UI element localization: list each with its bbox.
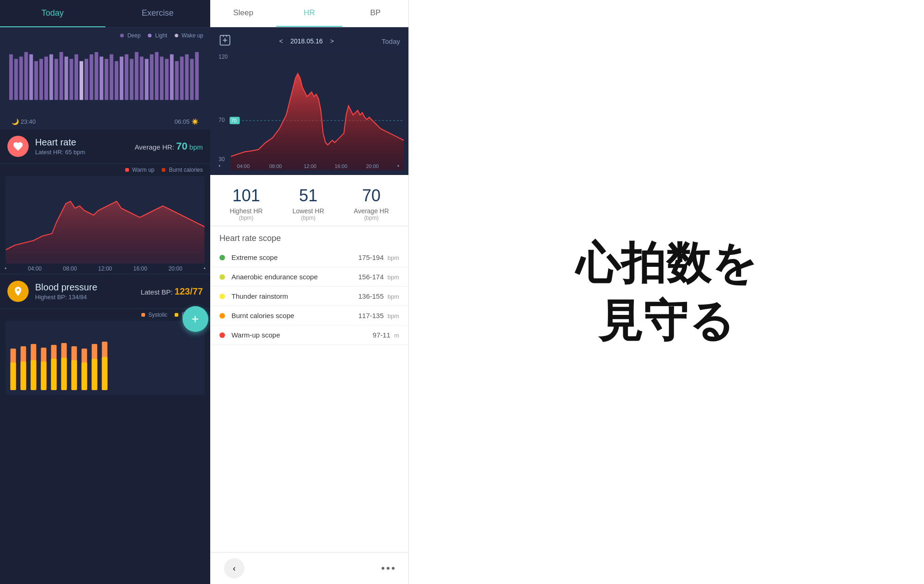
svg-text:120: 120 [219,54,228,60]
svg-rect-5 [29,54,33,100]
sleep-start-time: 🌙 23:40 [12,118,36,125]
bp-legend: Systolic Diastolic [0,309,210,321]
scope-thunder: Thunder rainstorm 136-155 bpm [210,287,408,306]
middle-panel: Sleep HR BP < 2018.05.16 > Today [210,0,409,584]
svg-rect-37 [190,59,194,100]
svg-text:12:00: 12:00 [304,163,316,169]
stat-highest-hr: 101 Highest HR (bpm) [230,186,263,221]
svg-rect-26 [135,52,139,100]
svg-rect-25 [130,59,134,100]
svg-rect-34 [175,61,179,100]
hr-chart-header: < 2018.05.16 > Today [215,32,404,50]
svg-rect-47 [31,360,36,390]
scope-title: Heart rate scope [210,226,408,248]
svg-rect-15 [79,61,83,100]
svg-rect-35 [180,57,184,100]
tab-today[interactable]: Today [0,0,105,27]
hr-main-chart-svg: 120 70 30 70 04:00 08:00 12:00 16:00 20:… [215,50,404,170]
legend-deep: Deep [120,32,140,39]
exercise-chart-svg [0,176,210,264]
blood-pressure-card[interactable]: Blood pressure Highest BP: 134/84 Latest… [0,274,210,309]
svg-text:30: 30 [219,156,225,163]
blood-pressure-icon [7,281,29,302]
svg-rect-30 [155,52,158,100]
tab-bp[interactable]: BP [342,0,408,27]
svg-rect-43 [11,362,16,390]
dot2 [387,567,389,570]
svg-rect-16 [85,59,88,100]
legend-burnt: Burnt calories [162,167,203,173]
svg-rect-32 [165,59,169,100]
fab-button[interactable]: + [182,306,208,332]
chevron-left-icon: ‹ [233,564,236,573]
hr-chart-area: < 2018.05.16 > Today 120 70 30 [210,27,408,175]
svg-rect-22 [115,61,118,100]
left-tabs: Today Exercise [0,0,210,28]
svg-text:70: 70 [231,118,237,123]
svg-rect-53 [61,358,67,390]
extreme-dot [219,255,225,260]
svg-rect-9 [49,54,53,100]
svg-text:08:00: 08:00 [269,163,282,169]
next-date-btn[interactable]: > [330,37,334,45]
svg-rect-4 [24,52,28,100]
svg-rect-17 [90,54,93,100]
heart-rate-avg: Average HR: 70 bpm [134,140,203,152]
fab-plus-icon: + [191,313,199,325]
right-panel: 心拍数を 見守る [409,0,924,584]
warmup-dot [219,332,225,338]
scope-warmup: Warm-up scope 97-11 m [210,325,408,345]
svg-rect-51 [51,359,57,390]
svg-rect-21 [109,54,113,100]
heart-rate-subtitle: Latest HR: 65 bpm [35,149,134,156]
light-dot [148,34,152,37]
deep-dot [120,34,124,37]
burnt-dot [219,313,225,319]
bp-subtitle: Highest BP: 134/84 [35,294,140,301]
legend-systolic: Systolic [141,312,168,318]
legend-warmup: Warm up [125,167,155,173]
svg-rect-12 [65,57,68,100]
svg-rect-23 [120,57,123,100]
blood-pressure-info: Blood pressure Highest BP: 134/84 [35,282,140,301]
bp-latest: Latest BP: 123/77 [140,286,203,297]
svg-rect-18 [95,52,98,100]
stat-lowest-hr: 51 Lowest HR (bpm) [292,186,324,221]
exercise-time-axis: • 04:00 08:00 12:00 16:00 20:00 • [0,264,210,274]
japanese-text: 心拍数を 見守る [576,235,758,350]
svg-rect-1 [9,54,13,100]
hr-chart-nav: < 2018.05.16 > [279,37,334,45]
svg-rect-27 [140,57,144,100]
svg-rect-10 [55,59,58,100]
sleep-chart-svg [7,42,203,116]
left-panel: Today Exercise Deep Light Wake up [0,0,210,584]
svg-text:20:00: 20:00 [366,163,378,169]
dot3 [392,567,395,570]
svg-rect-20 [105,59,109,100]
bp-title: Blood pressure [35,282,140,293]
svg-rect-38 [195,52,199,100]
exercise-chart [0,176,210,264]
heart-rate-title: Heart rate [35,137,134,148]
today-label[interactable]: Today [382,37,400,45]
svg-rect-24 [125,54,128,100]
more-button[interactable] [382,567,395,570]
back-button[interactable]: ‹ [224,558,244,578]
tab-hr[interactable]: HR [276,0,342,27]
sleep-time-labels: 🌙 23:40 06:05 ☀️ [7,116,203,127]
svg-rect-29 [150,54,153,100]
export-icon[interactable] [219,34,231,48]
sleep-section: Deep Light Wake up [0,28,210,129]
tab-exercise[interactable]: Exercise [105,0,211,27]
scope-anaerobic: Anaerobic endurance scope 156-174 bpm [210,267,408,287]
svg-rect-7 [39,59,43,100]
legend-light: Light [148,32,167,39]
svg-text:•: • [219,163,220,169]
scope-burnt: Burnt calories scope 117-135 bpm [210,306,408,325]
svg-rect-57 [82,362,87,390]
tab-sleep[interactable]: Sleep [210,0,276,27]
bp-gauge-icon [12,286,24,297]
prev-date-btn[interactable]: < [279,37,283,45]
sleep-legend: Deep Light Wake up [7,32,203,39]
heart-rate-card[interactable]: Heart rate Latest HR: 65 bpm Average HR:… [0,129,210,164]
